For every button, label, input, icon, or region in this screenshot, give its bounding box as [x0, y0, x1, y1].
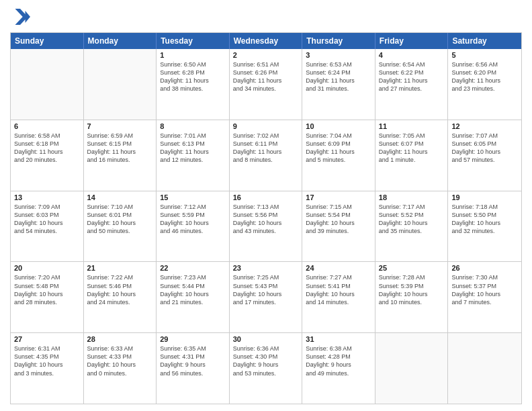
day-cell: 26Sunrise: 7:30 AM Sunset: 5:37 PM Dayli… [448, 262, 521, 332]
day-cell: 24Sunrise: 7:27 AM Sunset: 5:41 PM Dayli… [302, 262, 375, 332]
day-number: 10 [306, 122, 371, 130]
logo [10, 7, 33, 27]
day-cell: 25Sunrise: 7:28 AM Sunset: 5:39 PM Dayli… [375, 262, 449, 332]
day-cell: 15Sunrise: 7:12 AM Sunset: 5:59 PM Dayli… [157, 191, 230, 262]
day-cell: 4Sunrise: 6:54 AM Sunset: 6:22 PM Daylig… [375, 49, 449, 120]
day-number: 30 [233, 335, 299, 343]
weeks: 1Sunrise: 6:50 AM Sunset: 6:28 PM Daylig… [11, 49, 521, 404]
day-info: Sunrise: 6:59 AM Sunset: 6:15 PM Dayligh… [87, 132, 153, 165]
day-info: Sunrise: 6:36 AM Sunset: 4:30 PM Dayligh… [233, 345, 299, 377]
day-cell: 1Sunrise: 6:50 AM Sunset: 6:28 PM Daylig… [157, 49, 230, 120]
day-info: Sunrise: 7:15 AM Sunset: 5:54 PM Dayligh… [306, 203, 371, 236]
day-cell: 9Sunrise: 7:02 AM Sunset: 6:11 PM Daylig… [230, 120, 303, 191]
day-number: 22 [160, 264, 226, 272]
day-number: 23 [233, 264, 299, 272]
day-header-tuesday: Tuesday [157, 33, 230, 49]
day-number: 5 [451, 51, 518, 59]
day-info: Sunrise: 7:23 AM Sunset: 5:44 PM Dayligh… [160, 273, 226, 306]
day-header-thursday: Thursday [302, 33, 375, 49]
day-number: 9 [233, 122, 299, 130]
day-cell: 29Sunrise: 6:35 AM Sunset: 4:31 PM Dayli… [157, 333, 230, 404]
calendar: SundayMondayTuesdayWednesdayThursdayFrid… [10, 32, 522, 404]
day-cell: 8Sunrise: 7:01 AM Sunset: 6:13 PM Daylig… [157, 120, 230, 191]
svg-marker-1 [15, 9, 28, 25]
day-number: 21 [87, 264, 153, 272]
day-cell: 31Sunrise: 6:38 AM Sunset: 4:28 PM Dayli… [302, 333, 375, 404]
day-number: 20 [14, 264, 80, 272]
day-info: Sunrise: 7:18 AM Sunset: 5:50 PM Dayligh… [451, 203, 518, 236]
day-cell: 11Sunrise: 7:05 AM Sunset: 6:07 PM Dayli… [375, 120, 449, 191]
week-row-1: 1Sunrise: 6:50 AM Sunset: 6:28 PM Daylig… [11, 49, 521, 120]
day-cell: 16Sunrise: 7:13 AM Sunset: 5:56 PM Dayli… [230, 191, 303, 262]
day-info: Sunrise: 7:27 AM Sunset: 5:41 PM Dayligh… [306, 273, 371, 306]
day-number: 25 [379, 264, 445, 272]
day-number: 1 [160, 51, 226, 59]
day-cell: 5Sunrise: 6:56 AM Sunset: 6:20 PM Daylig… [448, 49, 521, 120]
day-info: Sunrise: 6:35 AM Sunset: 4:31 PM Dayligh… [160, 345, 226, 377]
week-row-4: 20Sunrise: 7:20 AM Sunset: 5:48 PM Dayli… [11, 261, 521, 332]
day-cell: 13Sunrise: 7:09 AM Sunset: 6:03 PM Dayli… [11, 191, 84, 262]
day-cell: 17Sunrise: 7:15 AM Sunset: 5:54 PM Dayli… [302, 191, 375, 262]
day-cell: 23Sunrise: 7:25 AM Sunset: 5:43 PM Dayli… [230, 262, 303, 332]
day-info: Sunrise: 6:53 AM Sunset: 6:24 PM Dayligh… [306, 60, 371, 93]
day-number: 13 [14, 193, 80, 201]
day-number: 3 [306, 51, 371, 59]
day-cell [11, 49, 84, 120]
day-info: Sunrise: 7:10 AM Sunset: 6:01 PM Dayligh… [87, 203, 153, 236]
day-number: 8 [160, 122, 226, 130]
day-number: 19 [451, 193, 518, 201]
day-cell: 12Sunrise: 7:07 AM Sunset: 6:05 PM Dayli… [448, 120, 521, 191]
day-info: Sunrise: 6:56 AM Sunset: 6:20 PM Dayligh… [451, 60, 518, 93]
day-info: Sunrise: 7:30 AM Sunset: 5:37 PM Dayligh… [451, 273, 518, 306]
day-number: 24 [306, 264, 371, 272]
week-row-3: 13Sunrise: 7:09 AM Sunset: 6:03 PM Dayli… [11, 191, 521, 262]
day-cell [448, 333, 521, 404]
day-cell: 22Sunrise: 7:23 AM Sunset: 5:44 PM Dayli… [157, 262, 230, 332]
day-info: Sunrise: 6:31 AM Sunset: 4:35 PM Dayligh… [14, 345, 80, 377]
header [10, 7, 522, 27]
day-info: Sunrise: 7:20 AM Sunset: 5:48 PM Dayligh… [14, 273, 80, 306]
day-header-sunday: Sunday [11, 33, 84, 49]
day-number: 31 [306, 335, 371, 343]
week-row-2: 6Sunrise: 6:58 AM Sunset: 6:18 PM Daylig… [11, 120, 521, 191]
day-number: 14 [87, 193, 153, 201]
day-number: 4 [379, 51, 445, 59]
day-header-saturday: Saturday [448, 33, 521, 49]
day-number: 16 [233, 193, 299, 201]
day-number: 12 [451, 122, 518, 130]
day-info: Sunrise: 6:54 AM Sunset: 6:22 PM Dayligh… [379, 60, 445, 93]
day-cell [84, 49, 157, 120]
day-cell: 27Sunrise: 6:31 AM Sunset: 4:35 PM Dayli… [11, 333, 84, 404]
day-header-wednesday: Wednesday [230, 33, 303, 49]
day-info: Sunrise: 7:04 AM Sunset: 6:09 PM Dayligh… [306, 132, 371, 165]
day-cell: 21Sunrise: 7:22 AM Sunset: 5:46 PM Dayli… [84, 262, 157, 332]
day-info: Sunrise: 7:12 AM Sunset: 5:59 PM Dayligh… [160, 203, 226, 236]
day-number: 11 [379, 122, 445, 130]
logo-icon [10, 7, 30, 27]
day-info: Sunrise: 6:33 AM Sunset: 4:33 PM Dayligh… [87, 345, 153, 377]
day-cell: 3Sunrise: 6:53 AM Sunset: 6:24 PM Daylig… [302, 49, 375, 120]
day-cell: 20Sunrise: 7:20 AM Sunset: 5:48 PM Dayli… [11, 262, 84, 332]
day-headers: SundayMondayTuesdayWednesdayThursdayFrid… [11, 33, 521, 49]
day-number: 27 [14, 335, 80, 343]
day-info: Sunrise: 7:28 AM Sunset: 5:39 PM Dayligh… [379, 273, 445, 306]
day-cell: 30Sunrise: 6:36 AM Sunset: 4:30 PM Dayli… [230, 333, 303, 404]
day-cell: 18Sunrise: 7:17 AM Sunset: 5:52 PM Dayli… [375, 191, 449, 262]
day-number: 18 [379, 193, 445, 201]
day-number: 6 [14, 122, 80, 130]
day-number: 15 [160, 193, 226, 201]
day-cell: 6Sunrise: 6:58 AM Sunset: 6:18 PM Daylig… [11, 120, 84, 191]
day-info: Sunrise: 7:25 AM Sunset: 5:43 PM Dayligh… [233, 273, 299, 306]
day-cell: 19Sunrise: 7:18 AM Sunset: 5:50 PM Dayli… [448, 191, 521, 262]
day-info: Sunrise: 7:02 AM Sunset: 6:11 PM Dayligh… [233, 132, 299, 165]
day-info: Sunrise: 6:50 AM Sunset: 6:28 PM Dayligh… [160, 60, 226, 93]
day-header-monday: Monday [84, 33, 157, 49]
day-info: Sunrise: 7:05 AM Sunset: 6:07 PM Dayligh… [379, 132, 445, 165]
day-number: 2 [233, 51, 299, 59]
day-header-friday: Friday [375, 33, 449, 49]
day-info: Sunrise: 7:07 AM Sunset: 6:05 PM Dayligh… [451, 132, 518, 165]
day-cell: 2Sunrise: 6:51 AM Sunset: 6:26 PM Daylig… [230, 49, 303, 120]
day-info: Sunrise: 7:01 AM Sunset: 6:13 PM Dayligh… [160, 132, 226, 165]
day-cell: 7Sunrise: 6:59 AM Sunset: 6:15 PM Daylig… [84, 120, 157, 191]
week-row-5: 27Sunrise: 6:31 AM Sunset: 4:35 PM Dayli… [11, 332, 521, 404]
